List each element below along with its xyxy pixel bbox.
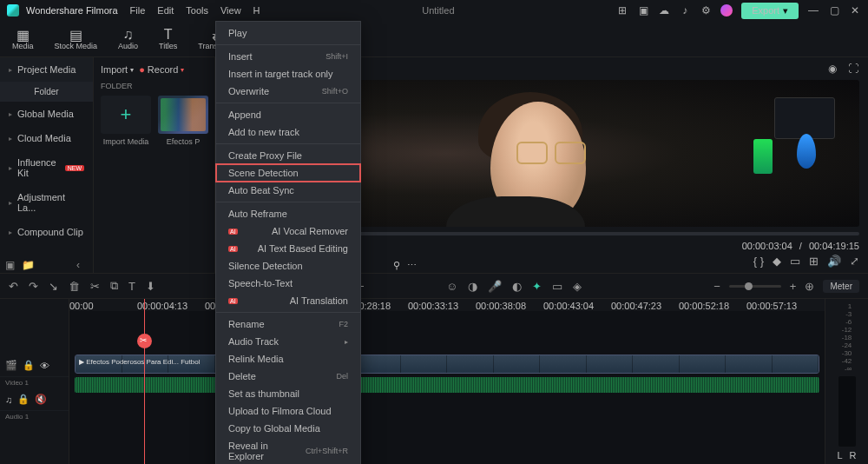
- fullscreen-icon[interactable]: ⛶: [847, 63, 859, 75]
- mute-icon[interactable]: 🔇: [35, 394, 47, 405]
- menu-append[interactable]: Append: [216, 106, 360, 123]
- eye-icon[interactable]: 👁: [40, 361, 49, 371]
- menu-audio-track[interactable]: Audio Track: [216, 333, 360, 350]
- ai-icon[interactable]: ✦: [532, 280, 542, 293]
- record-dropdown[interactable]: ● Record: [139, 64, 184, 75]
- video-track-icon: 🎬: [5, 360, 17, 371]
- menu-file[interactable]: File: [130, 5, 146, 16]
- import-media-tile[interactable]: + Import Media: [101, 96, 151, 146]
- menu-scene-detection[interactable]: Scene Detection: [216, 164, 360, 182]
- mic-icon[interactable]: 🎤: [488, 280, 502, 293]
- menu-help[interactable]: H: [253, 5, 260, 16]
- menu-insert-in-target-track-only[interactable]: Insert in target track only: [216, 65, 360, 83]
- menu-insert[interactable]: InsertShift+I: [216, 48, 360, 65]
- sidebar-project-media[interactable]: Project Media: [0, 57, 93, 82]
- bell-icon[interactable]: ♪: [679, 4, 691, 17]
- ruler-tick: 00:00:33:13: [408, 301, 458, 311]
- import-dropdown[interactable]: Import: [101, 64, 134, 75]
- snapshot-icon[interactable]: ◉: [826, 63, 838, 75]
- menu-edit[interactable]: Edit: [157, 5, 174, 16]
- menu-auto-reframe[interactable]: Auto Reframe: [216, 205, 360, 222]
- menu-ai-vocal-remover[interactable]: AIAI Vocal Remover: [216, 222, 360, 240]
- audio-clip[interactable]: [75, 377, 819, 393]
- tab-media[interactable]: ▦Media: [9, 25, 37, 52]
- export-button[interactable]: Export ▾: [741, 3, 799, 19]
- download-icon[interactable]: ⬇: [146, 280, 155, 293]
- menu-auto-beat-sync[interactable]: Auto Beat Sync: [216, 182, 360, 199]
- tool-tabs: ▦Media ▤Stock Media ♫Audio TTitles ⇄Tran…: [0, 21, 868, 57]
- marker2-icon[interactable]: ◈: [573, 280, 582, 293]
- pointer-icon[interactable]: ↘: [49, 280, 58, 293]
- face-icon[interactable]: ☺: [446, 280, 457, 293]
- panel-icon[interactable]: ▣: [5, 259, 15, 271]
- menu-play[interactable]: Play: [216, 24, 360, 42]
- save-icon[interactable]: ▣: [637, 4, 649, 17]
- undo-icon[interactable]: ↶: [9, 280, 18, 293]
- settings-icon[interactable]: ⚙: [700, 4, 712, 17]
- menu-add-to-new-track[interactable]: Add to new track: [216, 123, 360, 141]
- sidebar-influence-kit[interactable]: Influence KitNEW: [0, 150, 93, 185]
- close-icon[interactable]: ✕: [849, 4, 861, 17]
- back-icon[interactable]: ‹: [76, 259, 80, 271]
- tab-stock-media[interactable]: ▤Stock Media: [51, 25, 102, 52]
- folder-icon[interactable]: 📁: [22, 259, 35, 271]
- layout-icon[interactable]: ⊞: [616, 4, 628, 17]
- media-clip-tile[interactable]: Efectos P: [158, 96, 208, 146]
- redo-icon[interactable]: ↷: [29, 280, 38, 293]
- text-icon[interactable]: T: [128, 280, 135, 293]
- crop-icon[interactable]: ⧉: [110, 279, 118, 293]
- video-clip[interactable]: ▶ Efectos Poderosos Para Edi... Futbol: [75, 355, 819, 374]
- filter-icon[interactable]: ⚲: [393, 260, 400, 271]
- user-avatar[interactable]: [720, 4, 733, 17]
- menu-silence-detection[interactable]: Silence Detection: [216, 257, 360, 275]
- menu-overwrite[interactable]: OverwriteShift+O: [216, 83, 360, 100]
- timeline-body[interactable]: 00:0000:00:04:1300:00:09:140:23:2300:00:…: [69, 299, 825, 464]
- menu-delete[interactable]: DeleteDel: [216, 368, 360, 385]
- volume-icon[interactable]: 🔊: [827, 255, 841, 268]
- menu-reveal-in-explorer[interactable]: Reveal in ExplorerCtrl+Shift+R: [216, 437, 360, 464]
- zoom-in-icon[interactable]: +: [790, 280, 797, 293]
- brackets-icon[interactable]: { }: [753, 255, 764, 268]
- menu-speech-to-text[interactable]: Speech-to-Text: [216, 275, 360, 292]
- lock2-icon[interactable]: 🔒: [17, 394, 30, 405]
- zoom-fit-icon[interactable]: ⊕: [805, 280, 814, 293]
- sidebar-compound-clip[interactable]: Compound Clip: [0, 220, 93, 244]
- audio-track-header[interactable]: ♫ 🔒 🔇: [0, 388, 69, 411]
- mask-icon[interactable]: ◑: [468, 280, 477, 293]
- playhead[interactable]: [144, 299, 145, 464]
- expand-icon[interactable]: ⤢: [850, 255, 859, 268]
- video-track-header[interactable]: 🎬 🔒 👁: [0, 355, 69, 377]
- lock-icon[interactable]: 🔒: [23, 360, 35, 371]
- sidebar-global-media[interactable]: Global Media: [0, 102, 93, 126]
- zoom-out-icon[interactable]: −: [713, 280, 720, 293]
- menu-ai-text-based-editing[interactable]: AIAI Text Based Editing: [216, 240, 360, 257]
- minimize-icon[interactable]: —: [807, 4, 819, 17]
- tab-titles[interactable]: TTitles: [155, 25, 181, 52]
- meter-button[interactable]: Meter: [823, 280, 859, 293]
- tab-audio[interactable]: ♫Audio: [115, 25, 141, 52]
- zoom-slider[interactable]: [729, 285, 781, 288]
- menu-rename[interactable]: RenameF2: [216, 315, 360, 333]
- stock-icon: ▤: [69, 27, 82, 41]
- menu-relink-media[interactable]: Relink Media: [216, 350, 360, 368]
- cloud-icon[interactable]: ☁: [658, 4, 670, 17]
- delete-icon[interactable]: 🗑: [69, 280, 80, 293]
- maximize-icon[interactable]: ▢: [828, 4, 840, 17]
- sidebar-adjustment-layer[interactable]: Adjustment La...: [0, 185, 93, 220]
- menu-copy-to-global-media[interactable]: Copy to Global Media: [216, 420, 360, 437]
- cut-icon[interactable]: ✂: [90, 280, 100, 293]
- marker-icon[interactable]: ◆: [773, 255, 781, 268]
- menu-view[interactable]: View: [220, 5, 241, 16]
- audio-track-label: Audio 1: [0, 411, 69, 422]
- menu-create-proxy-file[interactable]: Create Proxy File: [216, 147, 360, 164]
- ratio-icon[interactable]: ▭: [790, 255, 800, 268]
- frame-icon[interactable]: ▭: [552, 280, 562, 293]
- media-icon: ▦: [16, 27, 30, 41]
- menu-tools[interactable]: Tools: [186, 5, 208, 16]
- timeline-ruler[interactable]: 00:0000:00:04:1300:00:09:140:23:2300:00:…: [69, 299, 825, 311]
- more-icon[interactable]: ⋯: [407, 260, 417, 271]
- menu-ai-translation[interactable]: AIAI Translation: [216, 292, 360, 309]
- grid-icon[interactable]: ⊞: [809, 255, 819, 268]
- sidebar-cloud-media[interactable]: Cloud Media: [0, 126, 93, 150]
- color-icon[interactable]: ◐: [512, 280, 522, 293]
